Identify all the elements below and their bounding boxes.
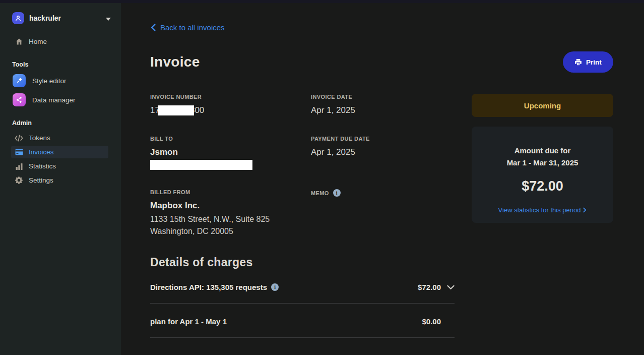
sidebar-item-style-editor[interactable]: Style editor [13,74,113,87]
payment-due-value: Apr 1, 2025 [311,147,455,157]
info-icon[interactable]: i [271,283,279,291]
account-menu[interactable]: hackruler [12,12,113,24]
data-manager-icon [13,93,26,106]
charge-amount: $0.00 [422,317,441,326]
person-icon [14,14,22,22]
amount-due-period: Mar 1 - Mar 31, 2025 [472,157,613,169]
status-badge: Upcoming [472,94,613,117]
sidebar-item-label: Data manager [32,96,76,104]
printer-icon [574,58,582,66]
charge-label: Directions API: 135,305 requests i [150,283,418,291]
amount-due-value: $72.00 [472,179,613,194]
amount-due-title: Amount due for [472,145,613,157]
chevron-down-icon[interactable] [441,285,455,290]
view-statistics-link[interactable]: View statistics for this period [498,206,587,214]
billed-from-label: BILLED FROM [150,189,311,195]
payment-due-label: PAYMENT DUE DATE [311,136,455,142]
charge-label: plan for Apr 1 - May 1 [150,317,422,326]
credit-card-icon [15,149,23,155]
sidebar-item-label: Invoices [29,148,54,156]
charge-row[interactable]: Directions API: 135,305 requests i $72.0… [150,269,455,304]
chevron-right-icon [583,207,587,213]
invoice-number-label: INVOICE NUMBER [150,94,311,100]
sidebar: hackruler Home Tools Style editor [0,3,121,355]
page-title: Invoice [150,54,200,70]
gear-icon [15,176,23,184]
redaction-box [158,105,194,115]
sidebar-item-statistics[interactable]: Statistics [11,160,108,172]
invoice-fields: INVOICE NUMBER 17300 INVOICE DATE Apr 1,… [150,94,455,238]
invoice-date-label: INVOICE DATE [311,94,455,100]
sidebar-item-home[interactable]: Home [11,35,108,48]
billed-from-address: 1133 15th Street, N.W., Suite 825 Washin… [150,213,311,238]
charges-heading: Details of charges [150,256,455,269]
sidebar-item-invoices[interactable]: Invoices [11,146,108,158]
sidebar-item-settings[interactable]: Settings [11,174,108,187]
billed-from-name: Mapbox Inc. [150,201,311,211]
memo-label: MEMO [311,190,329,196]
sidebar-section-admin: Admin [12,120,109,127]
sidebar-item-tokens[interactable]: Tokens [11,132,108,144]
chevron-down-icon [106,14,111,23]
bar-chart-icon [15,163,23,170]
sidebar-item-label: Statistics [29,162,56,170]
charge-amount: $72.00 [418,283,441,291]
info-icon[interactable]: i [333,189,341,197]
field-billed-from: BILLED FROM Mapbox Inc. 1133 15th Street… [150,189,311,238]
field-memo: MEMO i [311,189,455,238]
invoice-date-value: Apr 1, 2025 [311,105,455,115]
sidebar-section-tools: Tools [12,61,109,68]
field-invoice-number: INVOICE NUMBER 17300 [150,94,311,116]
code-icon [15,135,23,142]
invoice-number-value: 17300 [150,105,311,116]
charge-row[interactable]: plan for Apr 1 - May 1 $0.00 [150,304,455,338]
print-button[interactable]: Print [563,51,613,73]
back-to-invoices-link[interactable]: Back to all invoices [150,23,225,32]
field-payment-due: PAYMENT DUE DATE Apr 1, 2025 [311,136,455,170]
amount-due-card: Amount due for Mar 1 - Mar 31, 2025 $72.… [472,127,613,223]
main-content: Back to all invoices Invoice Print INVOI… [121,3,644,355]
sidebar-item-label: Tokens [29,134,50,142]
sidebar-item-label: Home [29,38,47,45]
sidebar-item-data-manager[interactable]: Data manager [13,93,113,106]
user-avatar [12,12,24,24]
sidebar-item-label: Settings [29,176,53,184]
home-icon [15,38,23,45]
field-bill-to: BILL TO Jsmon [150,136,311,170]
sidebar-item-label: Style editor [32,77,67,85]
bill-to-label: BILL TO [150,136,311,142]
chevron-left-icon [150,24,156,31]
style-editor-icon [13,74,26,87]
bill-to-name: Jsmon [150,147,311,157]
account-name: hackruler [29,14,106,22]
field-invoice-date: INVOICE DATE Apr 1, 2025 [311,94,455,116]
redaction-box [150,160,252,170]
